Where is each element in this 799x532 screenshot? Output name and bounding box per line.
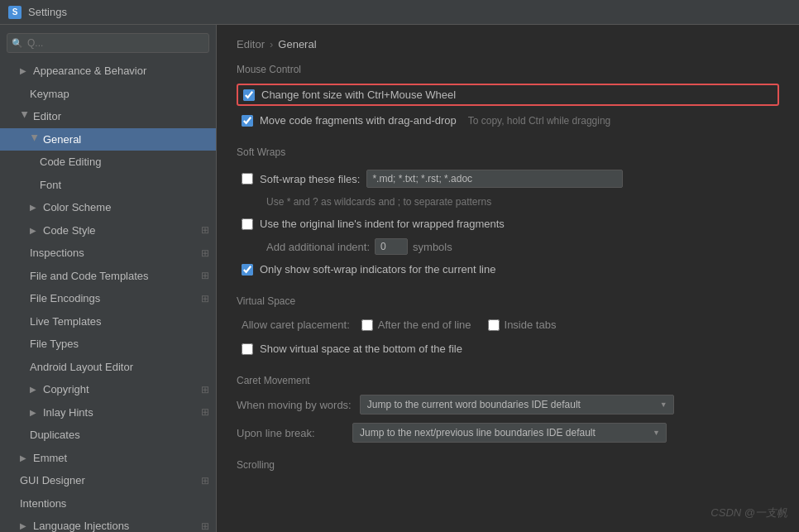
- only-soft-wrap-row[interactable]: Only show soft-wrap indicators for the c…: [237, 260, 779, 279]
- sidebar-item-general[interactable]: ▶ General: [0, 128, 216, 151]
- sidebar-item-gui-designer[interactable]: GUI Designer ⊞: [0, 469, 216, 492]
- only-soft-wrap-checkbox[interactable]: [242, 264, 253, 276]
- sidebar-item-duplicates[interactable]: Duplicates: [0, 424, 216, 447]
- sidebar-item-android-layout-editor[interactable]: Android Layout Editor: [0, 356, 216, 379]
- badge-icon: ⊞: [201, 268, 209, 283]
- use-original-indent-checkbox[interactable]: [242, 218, 253, 230]
- sidebar-item-label: Color Scheme: [43, 199, 111, 216]
- sidebar-item-label: Code Style: [43, 223, 96, 239]
- additional-indent-before: Add additional indent:: [266, 241, 370, 253]
- scrolling-section: Scrolling: [237, 459, 779, 471]
- sidebar-item-emmet[interactable]: ▶ Emmet: [0, 447, 216, 470]
- sidebar-item-inlay-hints[interactable]: ▶ Inlay Hints ⊞: [0, 401, 216, 424]
- sidebar-item-keymap[interactable]: Keymap: [0, 83, 216, 106]
- additional-indent-input[interactable]: [375, 238, 408, 255]
- sidebar-item-language-injections[interactable]: ▶ Language Injections ⊞: [0, 515, 216, 532]
- additional-indent-after: symbols: [413, 241, 452, 253]
- sidebar-item-label: Inspections: [30, 245, 84, 261]
- badge-icon: ⊞: [201, 223, 209, 237]
- badge-icon: ⊞: [201, 246, 209, 261]
- sidebar-item-intentions[interactable]: Intentions: [0, 492, 216, 515]
- line-break-dropdown[interactable]: Jump to the next/previous line boundarie…: [352, 423, 667, 443]
- moving-by-words-dropdown[interactable]: Jump to the current word boundaries IDE …: [360, 395, 674, 415]
- sidebar-item-code-style[interactable]: ▶ Code Style ⊞: [0, 219, 216, 242]
- sidebar-item-label: Intentions: [20, 496, 66, 512]
- sidebar-item-code-editing[interactable]: Code Editing: [0, 151, 216, 174]
- virtual-space-label: Virtual Space: [237, 295, 779, 307]
- show-virtual-space-checkbox[interactable]: [242, 343, 253, 355]
- chevron-icon: ▶: [30, 201, 40, 213]
- mouse-control-section: Mouse Control Change font size with Ctrl…: [237, 64, 779, 130]
- soft-wrap-files-checkbox[interactable]: [242, 173, 253, 185]
- breadcrumb-parent: Editor: [237, 38, 265, 50]
- search-icon: 🔍: [12, 38, 23, 49]
- app-icon: S: [8, 6, 22, 19]
- sidebar-item-live-templates[interactable]: Live Templates: [0, 310, 216, 333]
- change-font-size-checkbox[interactable]: [243, 89, 255, 101]
- sidebar: 🔍 ▶ Appearance & Behavior Keymap ▶ Edito…: [0, 25, 217, 532]
- moving-by-words-label: When moving by words:: [237, 399, 352, 411]
- soft-wrap-files-input[interactable]: [366, 170, 623, 188]
- sidebar-item-label: File and Code Templates: [30, 268, 149, 285]
- sidebar-item-file-types[interactable]: File Types: [0, 333, 216, 356]
- title-bar: S Settings: [0, 0, 799, 25]
- show-virtual-space-row[interactable]: Show virtual space at the bottom of the …: [237, 339, 779, 358]
- after-end-of-line-checkbox[interactable]: [361, 319, 373, 331]
- sidebar-item-file-encodings[interactable]: File Encodings ⊞: [0, 287, 216, 310]
- show-virtual-space-label: Show virtual space at the bottom of the …: [260, 343, 462, 355]
- sidebar-item-label: Live Templates: [30, 314, 101, 330]
- change-font-size-row[interactable]: Change font size with Ctrl+Mouse Wheel: [237, 84, 779, 106]
- line-break-label: Upon line break:: [237, 427, 344, 439]
- soft-wrap-hint: Use * and ? as wildcards and ; to separa…: [237, 196, 779, 208]
- only-soft-wrap-label: Only show soft-wrap indicators for the c…: [260, 263, 495, 276]
- breadcrumb: Editor › General: [237, 38, 779, 50]
- chevron-icon: ▶: [30, 383, 40, 395]
- virtual-space-section: Virtual Space Allow caret placement: Aft…: [237, 295, 779, 358]
- change-font-size-label: Change font size with Ctrl+Mouse Wheel: [261, 89, 456, 101]
- breadcrumb-current: General: [278, 38, 316, 50]
- move-code-fragments-label: Move code fragments with drag-and-drop: [260, 114, 457, 127]
- sidebar-item-label: Code Editing: [40, 154, 101, 170]
- sidebar-item-label: Font: [40, 177, 61, 194]
- soft-wraps-label: Soft Wraps: [237, 146, 779, 158]
- badge-icon: ⊞: [201, 473, 209, 488]
- move-code-fragments-checkbox[interactable]: [242, 115, 253, 127]
- mouse-control-label: Mouse Control: [237, 64, 779, 75]
- caret-movement-section: Caret Movement When moving by words: Jum…: [237, 375, 779, 443]
- sidebar-item-inspections[interactable]: Inspections ⊞: [0, 242, 216, 265]
- chevron-icon: ▶: [19, 112, 31, 122]
- sidebar-item-label: Android Layout Editor: [30, 359, 133, 376]
- badge-icon: ⊞: [201, 405, 209, 419]
- soft-wrap-files-row: Soft-wrap these files:: [237, 166, 779, 191]
- badge-icon: ⊞: [201, 382, 209, 397]
- move-code-fragments-row[interactable]: Move code fragments with drag-and-drop T…: [237, 111, 779, 130]
- sidebar-item-label: GUI Designer: [20, 472, 85, 489]
- sidebar-item-appearance[interactable]: ▶ Appearance & Behavior: [0, 60, 216, 83]
- breadcrumb-separator: ›: [270, 38, 273, 50]
- content-panel: Editor › General Mouse Control Change fo…: [217, 25, 799, 532]
- chevron-icon: ▶: [20, 65, 30, 77]
- sidebar-item-color-scheme[interactable]: ▶ Color Scheme: [0, 196, 216, 219]
- sidebar-item-label: File Types: [30, 336, 79, 352]
- sidebar-item-copyright[interactable]: ▶ Copyright ⊞: [0, 378, 216, 401]
- badge-icon: ⊞: [201, 291, 209, 306]
- chevron-icon: ▶: [30, 224, 40, 237]
- use-original-indent-row[interactable]: Use the original line's indent for wrapp…: [237, 214, 779, 233]
- chevron-icon: ▶: [20, 520, 30, 532]
- sidebar-item-label: Editor: [33, 108, 61, 125]
- move-code-fragments-hint: To copy, hold Ctrl while dragging: [468, 115, 611, 127]
- inside-tabs-checkbox[interactable]: [488, 319, 500, 331]
- scrolling-label: Scrolling: [237, 459, 779, 471]
- sidebar-item-label: Duplicates: [30, 427, 80, 443]
- title-bar-text: Settings: [28, 6, 67, 18]
- sidebar-item-editor[interactable]: ▶ Editor: [0, 105, 216, 128]
- sidebar-item-font[interactable]: Font: [0, 174, 216, 197]
- allow-caret-placement-row: Allow caret placement: After the end of …: [237, 315, 779, 334]
- caret-movement-label: Caret Movement: [237, 375, 779, 386]
- sidebar-item-label: Emmet: [33, 450, 67, 467]
- inside-tabs-label: Inside tabs: [505, 319, 557, 331]
- sidebar-item-label: General: [43, 132, 81, 148]
- sidebar-item-file-code-templates[interactable]: File and Code Templates ⊞: [0, 265, 216, 288]
- search-input[interactable]: [7, 33, 209, 53]
- soft-wrap-files-label: Soft-wrap these files:: [260, 173, 360, 185]
